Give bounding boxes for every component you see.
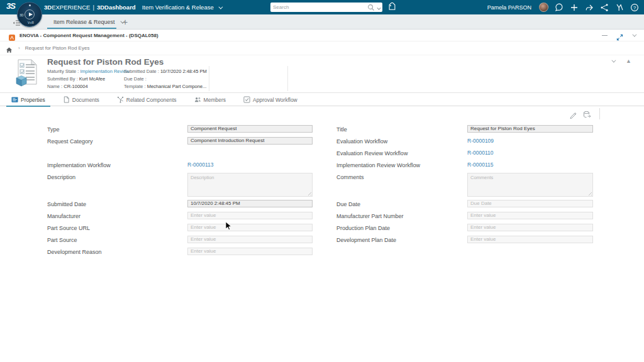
search-icon[interactable] [367, 3, 375, 12]
development-plan-date-input[interactable]: Enter value [467, 236, 593, 243]
field-control: Enter value [187, 212, 313, 219]
field-control: Enter value [187, 224, 313, 231]
field-label: Implementation Workflow [47, 161, 187, 169]
help-icon[interactable]: ? [630, 3, 639, 12]
field-row-description: DescriptionDescription [47, 173, 313, 199]
type-input[interactable]: Component Request [187, 125, 313, 133]
svg-text:?: ? [633, 4, 636, 10]
submitted-date-input[interactable]: 10/7/2020 2:48:45 PM [187, 200, 313, 207]
evaluation-workflow-link[interactable]: R-0000109 [467, 137, 593, 144]
field-label: Part Source [47, 236, 187, 244]
field-label: Production Plan Date [336, 224, 467, 232]
implementation-workflow-link[interactable]: R-0000113 [187, 161, 313, 168]
resize-grip-icon[interactable] [307, 191, 311, 195]
form-column-right: TitleRequest for Piston Rod EyesEvaluati… [336, 125, 593, 248]
user-name[interactable]: Pamela PARSON [487, 4, 531, 11]
tab-approval-workflow[interactable]: Approval Workflow [238, 93, 303, 106]
search-input[interactable] [270, 4, 367, 10]
mouse-cursor [225, 221, 233, 234]
tab-documents[interactable]: Documents [58, 93, 104, 106]
field-row-manufacturer-part-number: Manufacturer Part NumberEnter value [336, 212, 593, 224]
brand-separator: | [92, 4, 94, 11]
chevron-down-icon[interactable] [218, 5, 223, 9]
meta-label: Template : [124, 84, 147, 89]
app-window: 3S 3DEXPERIENCE|3DDashboardItem Verifica… [0, 0, 644, 362]
implementation-review-workflow-link[interactable]: R-0000115 [467, 161, 593, 168]
meta-label: Maturity State : [47, 69, 80, 74]
edit-icon[interactable] [569, 110, 577, 118]
properties-toolbar [569, 108, 600, 119]
field-control: Component Introduction Request [187, 137, 313, 145]
components-icon [117, 96, 124, 103]
dashboard-tab-bar: Item Release & Request + [0, 14, 644, 30]
share-graph-icon[interactable] [600, 3, 609, 12]
tab-label: Members [204, 97, 226, 103]
field-control: Request for Piston Rod Eyes [467, 125, 593, 133]
add-tab-button[interactable]: + [121, 16, 130, 28]
tab-members[interactable]: Members [189, 93, 231, 106]
resize-grip-icon[interactable] [587, 191, 592, 195]
document-icon [63, 96, 70, 103]
meta-name: Name : CR-100004 [47, 83, 129, 90]
field-label: Type [47, 125, 187, 133]
field-label: Evaluation Workflow [336, 137, 467, 145]
description-textarea[interactable]: Description [187, 173, 313, 197]
field-row-comments: CommentsComments [336, 173, 593, 199]
field-control: R-0000110 [467, 149, 593, 156]
field-control: Comments [467, 173, 593, 197]
field-row-development-reason: Development ReasonEnter value [47, 248, 313, 260]
evaluation-review-workflow-link[interactable]: R-0000110 [467, 149, 593, 156]
tab-related-components[interactable]: Related Components [112, 93, 182, 106]
part-source-input[interactable]: Enter value [187, 236, 313, 243]
approval-icon [243, 96, 250, 103]
brand-app: 3DDashboard [97, 4, 136, 11]
due-date-input[interactable]: Due Date [467, 200, 593, 207]
breadcrumb-item[interactable]: Request for Piston Rod Eyes [25, 45, 90, 51]
export-icon[interactable] [583, 110, 591, 118]
3dexperience-compass[interactable]: 3D V+R [17, 2, 42, 27]
header-collapse-chevron-icon[interactable] [611, 58, 616, 63]
header-meta-column-2: Submitted Date : 10/7/2020 2:48:45 PMDue… [124, 68, 207, 90]
swym-icon[interactable] [615, 3, 624, 12]
header-collapse-triangle-icon[interactable]: ▲ [626, 58, 631, 64]
part-source-url-input[interactable]: Enter value [187, 224, 313, 231]
tab-label: Documents [72, 97, 99, 103]
avatar[interactable] [539, 3, 548, 12]
compass-vr-label[interactable]: V+R [28, 21, 34, 25]
field-control: Enter value [467, 224, 593, 231]
comments-textarea[interactable]: Comments [467, 173, 593, 197]
request-category-input[interactable]: Component Introduction Request [187, 137, 313, 145]
meta-value: Mechanical Part Compone... [147, 84, 207, 89]
field-row-submitted-date: Submitted Date10/7/2020 2:48:45 PM [47, 200, 313, 212]
minimize-icon[interactable] [602, 35, 608, 36]
home-icon[interactable] [6, 45, 13, 52]
manufacturer-input[interactable]: Enter value [187, 212, 313, 219]
meta-due-date: Due Date : [124, 75, 207, 83]
compass-3d-label[interactable]: 3D [19, 13, 23, 17]
title-input[interactable]: Request for Piston Rod Eyes [467, 125, 593, 133]
dashboard-context[interactable]: Item Verification & Release [142, 4, 214, 11]
widget-menu-chevron-icon[interactable] [632, 33, 636, 37]
field-row-development-plan-date: Development Plan DateEnter value [336, 236, 593, 248]
field-row-title: TitleRequest for Piston Rod Eyes [336, 125, 593, 137]
field-label: Title [336, 125, 467, 133]
tab-properties[interactable]: Properties [6, 93, 50, 106]
expand-icon[interactable] [616, 32, 623, 39]
add-icon[interactable] [570, 3, 579, 12]
production-plan-date-input[interactable]: Enter value [467, 224, 593, 231]
properties-icon [11, 96, 18, 103]
compass-play-icon[interactable] [25, 9, 35, 19]
field-row-evaluation-review-workflow: Evaluation Review WorkflowR-0000110 [336, 149, 593, 161]
notification-icon[interactable] [555, 3, 564, 12]
meta-value[interactable]: Implementation Review [80, 69, 130, 74]
field-label: Due Date [336, 200, 467, 208]
share-arrow-icon[interactable] [585, 3, 594, 12]
development-reason-input[interactable]: Enter value [187, 248, 313, 255]
field-row-part-source: Part SourceEnter value [47, 236, 313, 248]
field-row-request-category: Request CategoryComponent Introduction R… [47, 137, 313, 149]
search-box[interactable] [270, 3, 382, 12]
field-row-implementation-review-workflow: Implementation Review WorkflowR-0000115 [336, 161, 593, 173]
search-options-chevron-icon[interactable] [375, 3, 382, 12]
tag-icon[interactable] [387, 3, 397, 12]
manufacturer-part-number-input[interactable]: Enter value [467, 212, 593, 219]
